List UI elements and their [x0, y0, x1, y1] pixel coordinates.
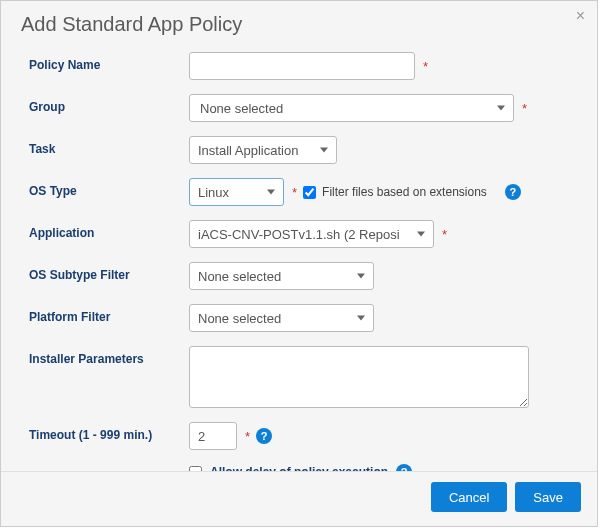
- chevron-down-icon: [497, 106, 505, 111]
- task-select[interactable]: Install Application: [189, 136, 337, 164]
- label-task: Task: [29, 136, 189, 156]
- dialog-title: Add Standard App Policy: [21, 13, 577, 36]
- label-policy-name: Policy Name: [29, 52, 189, 72]
- dialog-footer: Cancel Save: [1, 471, 597, 526]
- platform-filter-value: None selected: [198, 311, 281, 326]
- os-type-select[interactable]: Linux: [189, 178, 284, 206]
- timeout-input[interactable]: [189, 422, 237, 450]
- policy-name-input[interactable]: [189, 52, 415, 80]
- row-os-type: OS Type Linux * Filter files based on ex…: [29, 178, 577, 206]
- installer-parameters-input[interactable]: [189, 346, 529, 408]
- filter-extensions-label: Filter files based on extensions: [322, 185, 487, 199]
- label-installer-params: Installer Parameters: [29, 346, 189, 366]
- help-icon[interactable]: ?: [256, 428, 272, 444]
- application-select[interactable]: iACS-CNV-POSTv1.1.sh (2 Reposi: [189, 220, 434, 248]
- group-value: None selected: [200, 101, 283, 116]
- os-type-value: Linux: [198, 185, 229, 200]
- row-task: Task Install Application: [29, 136, 577, 164]
- row-group: Group None selected *: [29, 94, 577, 122]
- label-timeout: Timeout (1 - 999 min.): [29, 422, 189, 442]
- row-policy-name: Policy Name *: [29, 52, 577, 80]
- cancel-button[interactable]: Cancel: [431, 482, 507, 512]
- label-os-subtype: OS Subtype Filter: [29, 262, 189, 282]
- label-group: Group: [29, 94, 189, 114]
- os-subtype-value: None selected: [198, 269, 281, 284]
- required-marker: *: [423, 59, 428, 74]
- label-os-type: OS Type: [29, 178, 189, 198]
- platform-filter-select[interactable]: None selected: [189, 304, 374, 332]
- label-application: Application: [29, 220, 189, 240]
- dialog: Add Standard App Policy × Policy Name * …: [0, 0, 598, 527]
- help-icon[interactable]: ?: [505, 184, 521, 200]
- task-value: Install Application: [198, 143, 298, 158]
- label-platform-filter: Platform Filter: [29, 304, 189, 324]
- row-timeout: Timeout (1 - 999 min.) * ?: [29, 422, 577, 450]
- os-subtype-select[interactable]: None selected: [189, 262, 374, 290]
- row-os-subtype: OS Subtype Filter None selected: [29, 262, 577, 290]
- dialog-header: Add Standard App Policy ×: [1, 1, 597, 44]
- row-application: Application iACS-CNV-POSTv1.1.sh (2 Repo…: [29, 220, 577, 248]
- dialog-body: Policy Name * Group None selected * Task…: [1, 44, 597, 522]
- required-marker: *: [292, 185, 297, 200]
- required-marker: *: [442, 227, 447, 242]
- filter-extensions-checkbox[interactable]: [303, 186, 316, 199]
- row-platform-filter: Platform Filter None selected: [29, 304, 577, 332]
- required-marker: *: [245, 429, 250, 444]
- required-marker: *: [522, 101, 527, 116]
- row-installer-params: Installer Parameters: [29, 346, 577, 408]
- save-button[interactable]: Save: [515, 482, 581, 512]
- application-value: iACS-CNV-POSTv1.1.sh (2 Reposi: [198, 227, 400, 242]
- group-select[interactable]: None selected: [189, 94, 514, 122]
- close-icon[interactable]: ×: [576, 7, 585, 25]
